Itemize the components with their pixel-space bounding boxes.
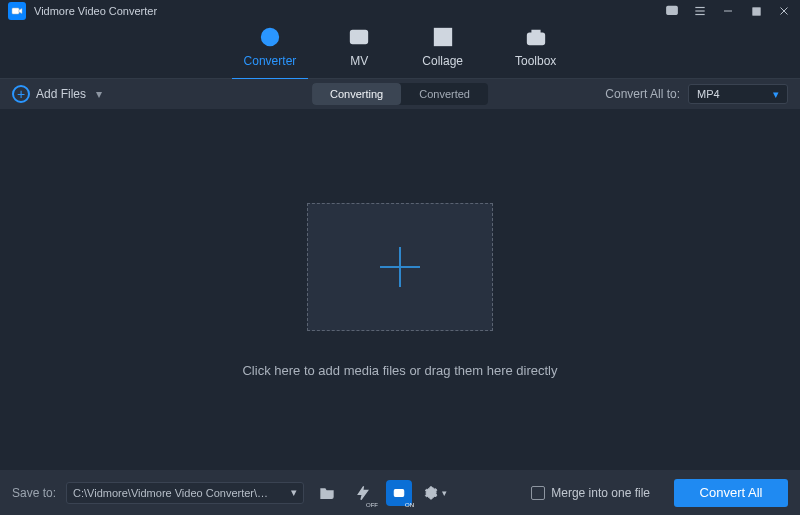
svg-rect-19: [527, 33, 544, 44]
hw-accel-off-button[interactable]: OFF: [350, 480, 376, 506]
drop-prompt: Click here to add media files or drag th…: [242, 363, 557, 378]
svg-marker-1: [19, 9, 22, 14]
mv-icon: [348, 26, 370, 48]
toolbox-icon: [525, 26, 547, 48]
drop-box[interactable]: [307, 203, 493, 331]
svg-rect-10: [752, 7, 759, 14]
sub-toolbar: + Add Files ▾ Converting Converted Conve…: [0, 79, 800, 109]
tab-label: Collage: [422, 54, 463, 68]
merge-checkbox[interactable]: Merge into one file: [531, 486, 650, 500]
status-tabs: Converting Converted: [312, 83, 488, 105]
svg-point-3: [669, 10, 670, 11]
gpu-accel-on-button[interactable]: ON: [386, 480, 412, 506]
plus-icon: +: [12, 85, 30, 103]
tab-label: Converter: [244, 54, 297, 68]
chevron-down-icon: ▾: [442, 488, 447, 498]
titlebar[interactable]: Vidmore Video Converter: [0, 0, 800, 22]
merge-label: Merge into one file: [551, 486, 650, 500]
drop-area[interactable]: Click here to add media files or drag th…: [0, 110, 800, 470]
svg-point-21: [398, 491, 401, 494]
chevron-down-icon: ▾: [773, 88, 779, 101]
svg-rect-0: [12, 8, 19, 14]
tab-mv[interactable]: MV: [342, 26, 376, 74]
format-selected-value: MP4: [697, 88, 720, 100]
status-converted[interactable]: Converted: [401, 83, 488, 105]
gpu-on-badge: ON: [405, 502, 414, 508]
feedback-icon[interactable]: [664, 3, 680, 19]
app-logo: [8, 2, 26, 20]
save-path-value: C:\Vidmore\Vidmore Video Converter\Conve…: [73, 487, 273, 499]
collage-icon: [432, 26, 454, 48]
chevron-down-icon: ▾: [291, 486, 297, 499]
svg-point-4: [671, 10, 672, 11]
convert-all-to: Convert All to: MP4 ▾: [605, 84, 788, 104]
tab-collage[interactable]: Collage: [416, 26, 469, 74]
hw-off-badge: OFF: [366, 502, 378, 508]
chevron-down-icon[interactable]: ▾: [96, 87, 102, 101]
svg-point-14: [267, 34, 273, 40]
status-converting[interactable]: Converting: [312, 83, 401, 105]
menu-icon[interactable]: [692, 3, 708, 19]
close-icon[interactable]: [776, 3, 792, 19]
tab-converter[interactable]: Converter: [238, 26, 303, 74]
app-title: Vidmore Video Converter: [34, 5, 157, 17]
save-path-select[interactable]: C:\Vidmore\Vidmore Video Converter\Conve…: [66, 482, 304, 504]
output-format-select[interactable]: MP4 ▾: [688, 84, 788, 104]
svg-point-5: [674, 10, 675, 11]
open-folder-button[interactable]: [314, 480, 340, 506]
settings-button[interactable]: ▾: [422, 480, 448, 506]
save-to-label: Save to:: [12, 486, 56, 500]
convert-all-label: Convert All to:: [605, 87, 680, 101]
tab-label: Toolbox: [515, 54, 556, 68]
tab-toolbox[interactable]: Toolbox: [509, 26, 562, 74]
checkbox-icon: [531, 486, 545, 500]
add-files-button[interactable]: + Add Files ▾: [12, 85, 102, 103]
maximize-icon[interactable]: [748, 3, 764, 19]
converter-icon: [259, 26, 281, 48]
tab-label: MV: [350, 54, 368, 68]
convert-all-button[interactable]: Convert All: [674, 479, 788, 507]
plus-icon: [380, 247, 420, 287]
main-tabs: Converter MV Collage Toolbox: [0, 22, 800, 78]
add-files-label: Add Files: [36, 87, 86, 101]
minimize-icon[interactable]: [720, 3, 736, 19]
footer-bar: Save to: C:\Vidmore\Vidmore Video Conver…: [0, 470, 800, 515]
